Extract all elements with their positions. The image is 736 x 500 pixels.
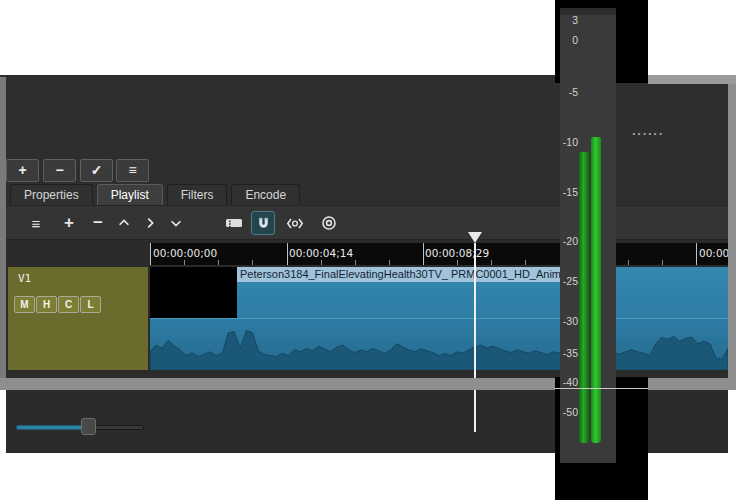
audio-waveform — [150, 320, 728, 370]
meter-bar-right — [591, 137, 601, 443]
desktop: +−✓≡ PropertiesPlaylistFiltersEncode ≡ +… — [0, 0, 736, 500]
ruler-minor-tick — [389, 260, 390, 265]
ruler-major-tick — [287, 243, 288, 265]
track-header-v1[interactable]: V1 MHCL — [8, 267, 148, 370]
ripple-target-icon[interactable] — [317, 211, 341, 235]
ruler-major-tick — [696, 243, 697, 265]
update-button[interactable]: ✓ — [80, 159, 113, 182]
meter-db-label: -10 — [560, 136, 578, 148]
ruler-timecode-label: 00:00:00;00 — [153, 247, 217, 259]
track-name: V1 — [18, 272, 31, 285]
ripple-delete-icon[interactable]: − — [86, 211, 110, 235]
ruler-minor-tick — [457, 260, 458, 265]
markers-icon[interactable] — [222, 211, 246, 235]
scrub-while-dragging-icon[interactable] — [283, 211, 307, 235]
panel-tab-bar: PropertiesPlaylistFiltersEncode — [6, 183, 728, 206]
tab-properties[interactable]: Properties — [10, 184, 93, 205]
playhead-line[interactable] — [474, 243, 476, 432]
ruler-major-tick — [150, 243, 151, 265]
meter-db-label: -15 — [560, 186, 578, 198]
ruler-minor-tick — [525, 260, 526, 265]
ruler-minor-tick — [218, 260, 219, 265]
playhead-handle[interactable] — [468, 232, 482, 243]
timeline-ruler[interactable]: 00:00:00;0000:00:04;1400:00:08;2900:00: — [150, 243, 728, 265]
snap-magnet-icon[interactable] — [251, 211, 275, 235]
panel-resize-dots[interactable]: ······ — [632, 126, 664, 141]
chevron-down-icon[interactable] — [164, 211, 188, 235]
track-c-button[interactable]: C — [58, 296, 79, 313]
ruler-minor-tick — [662, 260, 663, 265]
ruler-minor-tick — [491, 260, 492, 265]
meter-bar-left — [579, 152, 589, 443]
clip-divider — [150, 318, 728, 319]
meter-db-label: -30 — [560, 315, 578, 327]
meter-db-label: 3 — [560, 14, 578, 26]
meter-db-label: -35 — [560, 347, 578, 359]
track-h-button[interactable]: H — [36, 296, 57, 313]
window-right-border — [728, 77, 736, 390]
tab-filters[interactable]: Filters — [167, 184, 228, 205]
ruler-minor-tick — [355, 260, 356, 265]
shotcut-window: +−✓≡ PropertiesPlaylistFiltersEncode ≡ +… — [0, 75, 736, 390]
zoom-slider-handle[interactable] — [81, 418, 96, 435]
meter-db-label: -25 — [560, 275, 578, 287]
clip-thumbnail — [150, 267, 237, 318]
meter-db-label: -5 — [560, 86, 578, 98]
window-edge-overlay-line — [555, 388, 648, 389]
chevron-right-icon[interactable] — [138, 211, 162, 235]
window-topright-border — [648, 75, 736, 84]
ruler-minor-tick — [628, 260, 629, 265]
ruler-timecode-label: 00:00:08;29 — [425, 247, 489, 259]
window-left-border — [0, 77, 6, 390]
ruler-timecode-label: 00:00: — [699, 247, 728, 259]
zoom-slider-fill — [16, 425, 85, 430]
track-l-button[interactable]: L — [80, 296, 101, 313]
ruler-timecode-label: 00:00:04;14 — [289, 247, 353, 259]
tab-playlist[interactable]: Playlist — [97, 184, 163, 205]
meter-db-label: -40 — [560, 376, 578, 388]
remove-button[interactable]: − — [43, 159, 76, 182]
timeline-toolbar: ≡ + − — [6, 206, 728, 240]
ruler-minor-tick — [184, 260, 185, 265]
add-button[interactable]: + — [6, 159, 39, 182]
menu-button[interactable]: ≡ — [116, 159, 149, 182]
chevron-up-icon[interactable] — [112, 211, 136, 235]
meter-db-label: -20 — [560, 235, 578, 247]
timeline-clip[interactable]: Peterson3184_FinalElevatingHealth30TV_ P… — [150, 267, 728, 370]
append-icon[interactable]: + — [57, 211, 81, 235]
tab-encode[interactable]: Encode — [231, 184, 300, 205]
audio-peak-meter: 30-5-10-15-20-25-30-35-40-50 — [560, 8, 616, 463]
ruler-minor-tick — [252, 260, 253, 265]
meter-db-label: -50 — [560, 406, 578, 418]
ruler-major-tick — [423, 243, 424, 265]
timeline-menu-icon[interactable]: ≡ — [24, 211, 48, 235]
timeline-zoom-slider[interactable] — [16, 421, 144, 433]
meter-db-label: 0 — [560, 34, 578, 46]
track-m-button[interactable]: M — [14, 296, 35, 313]
ruler-minor-tick — [321, 260, 322, 265]
